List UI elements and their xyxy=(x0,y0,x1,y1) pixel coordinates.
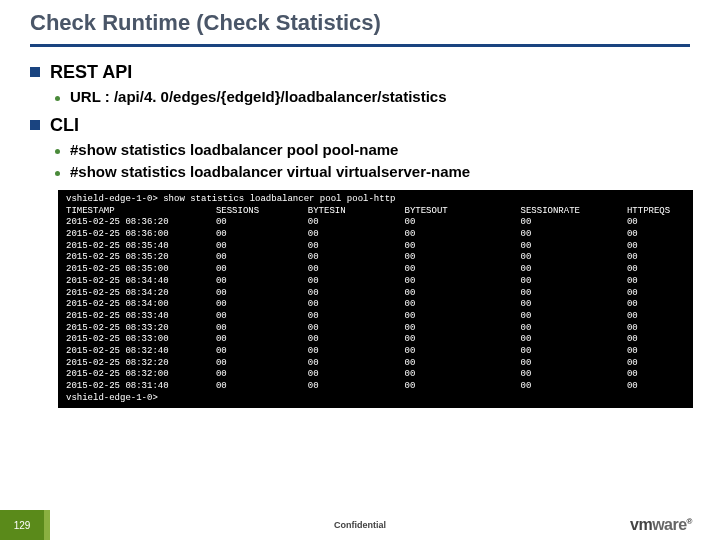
square-bullet-icon xyxy=(30,120,40,130)
slide-title: Check Runtime (Check Statistics) xyxy=(30,10,690,47)
section-cli: CLI #show statistics loadbalancer pool p… xyxy=(30,115,690,180)
section-title-rest: REST API xyxy=(50,62,132,83)
cli-cmd-virtual: #show statistics loadbalancer virtual vi… xyxy=(70,163,470,180)
slide-footer: 129 Confidential vmware® xyxy=(0,510,720,540)
cli-cmd-pool: #show statistics loadbalancer pool pool-… xyxy=(70,141,398,158)
page-number: 129 xyxy=(0,510,44,540)
vmware-logo: vmware® xyxy=(630,516,692,534)
terminal-output: vshield-edge-1-0> show statistics loadba… xyxy=(58,190,693,408)
square-bullet-icon xyxy=(30,67,40,77)
dot-bullet-icon xyxy=(55,171,60,176)
dot-bullet-icon xyxy=(55,149,60,154)
section-rest-api: REST API URL : /api/4. 0/edges/{edgeId}/… xyxy=(30,62,690,105)
section-title-cli: CLI xyxy=(50,115,79,136)
confidential-label: Confidential xyxy=(334,520,386,530)
dot-bullet-icon xyxy=(55,96,60,101)
badge-decoration-icon xyxy=(44,510,50,540)
rest-url-text: URL : /api/4. 0/edges/{edgeId}/loadbalan… xyxy=(70,88,447,105)
